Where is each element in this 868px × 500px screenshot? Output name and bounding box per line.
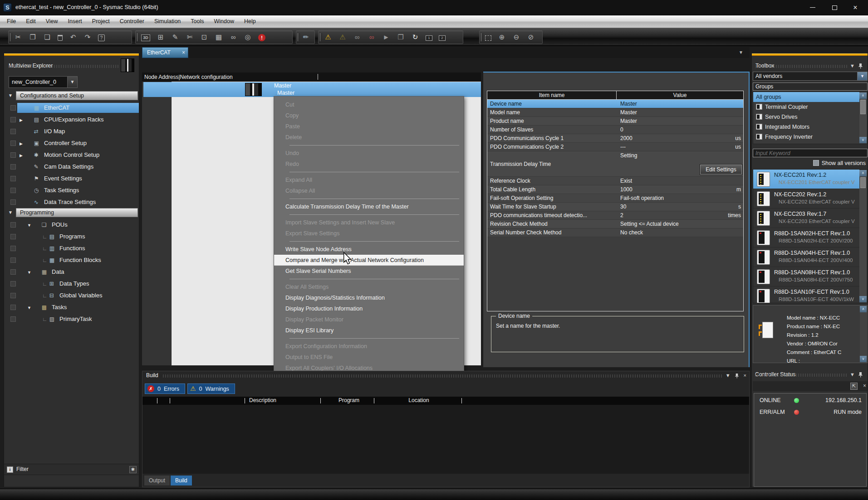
group-list-item[interactable]: Servo Drives (753, 112, 859, 122)
view-3d-icon[interactable]: 3D (141, 34, 150, 41)
tree-item[interactable]: ∟ ⊞ Data Types (4, 278, 139, 290)
tree-item[interactable]: ⇄ I/O Map (4, 126, 139, 137)
io-table-icon[interactable]: ▦ (215, 33, 223, 42)
column-divider[interactable] (374, 398, 374, 403)
group-list-item[interactable]: Digital IO (753, 142, 859, 144)
settings-row[interactable]: Transmission Delay Time Setting Edit Set… (487, 151, 743, 177)
settings-row[interactable]: Model name Master Edit Settings (487, 108, 743, 117)
scroll-down-icon[interactable]: ∨ (859, 137, 867, 143)
warning-icon[interactable]: ⚠ (324, 33, 332, 42)
settings-row[interactable]: PDO Communications Cycle 1 2000 us Edit … (487, 134, 743, 143)
keyword-search-input[interactable] (753, 149, 868, 157)
settings-row[interactable]: Reference Clock Exist Edit Settings (487, 177, 743, 185)
setting-value[interactable]: Master (620, 101, 637, 107)
scroll-down-icon[interactable]: ∨ (859, 296, 867, 302)
zoom-in-icon[interactable]: ⊕ (498, 33, 506, 42)
menu-item[interactable]: Controller (115, 15, 149, 28)
build-project-icon[interactable]: ✎ (171, 33, 179, 42)
group-list-item[interactable]: Frequency Inverter (753, 132, 859, 142)
watch-icon[interactable]: ∞ (229, 33, 237, 42)
groups-scrollbar[interactable]: ∧ ∨ (859, 92, 867, 143)
value-column-header[interactable]: Value (617, 91, 743, 99)
expand-arrow-icon[interactable]: ▼ (27, 219, 33, 231)
filter-options-button[interactable]: ✱ (129, 466, 137, 473)
column-divider[interactable] (170, 398, 170, 403)
tree-item-checkbox[interactable] (10, 316, 16, 322)
column-divider[interactable] (245, 398, 245, 403)
context-menu-item[interactable]: Display ESI Library (274, 325, 464, 336)
settings-row[interactable]: Fail-soft Operation Setting Fail-soft op… (487, 194, 743, 203)
tree-item-checkbox[interactable] (10, 257, 16, 263)
expand-arrow-icon[interactable]: ▶ (20, 114, 25, 126)
device-list-scrollbar[interactable]: ∧ ∨ (859, 170, 867, 302)
show-all-versions-checkbox[interactable] (813, 160, 819, 166)
menu-item[interactable]: Tools (186, 15, 209, 28)
abort-icon[interactable]: ! (258, 34, 265, 41)
detail-scrollbar[interactable]: ∧ ∨ (860, 306, 867, 362)
errors-filter-button[interactable]: ✗ 0 Errors (145, 383, 185, 394)
tree-item-checkbox[interactable] (10, 141, 16, 146)
tree-item[interactable]: ▶ ✱ Motion Control Setup (4, 149, 139, 161)
pin-icon[interactable] (858, 63, 863, 69)
zoom-out-icon[interactable]: ⊖ (512, 33, 520, 42)
warning-off-icon[interactable]: ⚠ (338, 33, 347, 42)
context-menu-item[interactable]: Expand All (274, 175, 464, 185)
copy-icon[interactable]: ❐ (29, 33, 37, 42)
expand-arrow-icon[interactable]: ▼ (27, 267, 33, 278)
context-menu-item[interactable]: Undo (274, 148, 464, 159)
context-menu-item[interactable]: Display Diagnosis/Statistics Information (274, 292, 464, 303)
monitor-glasses-stop-icon[interactable]: ∞ (368, 33, 376, 42)
tree-item-checkbox[interactable] (10, 117, 16, 122)
tree-item-checkbox[interactable] (10, 164, 16, 170)
device-list-item[interactable]: R88D-1SAN10F-ECT Rev:1.0 R88D-1SAN10F-EC… (753, 286, 859, 303)
tree-item-checkbox[interactable] (10, 281, 16, 286)
chevron-down-icon[interactable]: ▼ (857, 72, 867, 80)
settings-row[interactable]: PDO Communications Cycle 2 --- us Edit S… (487, 143, 743, 151)
panel-tab[interactable]: Output (144, 476, 170, 485)
tree-item[interactable]: ∟ ▥ Functions (4, 243, 139, 254)
tree-item[interactable]: ∟ ▦ Function Blocks (4, 254, 139, 266)
online-edit-icon[interactable]: ✏ (302, 33, 310, 42)
scrollbar-thumb[interactable] (860, 177, 866, 188)
context-menu-item[interactable]: Cut (274, 99, 464, 110)
rack-icon[interactable]: ⊞ (157, 33, 165, 42)
tree-item[interactable]: ◷ Task Settings (4, 184, 139, 196)
tree-item-checkbox[interactable] (10, 152, 16, 158)
tree-item-checkbox[interactable] (10, 105, 16, 111)
menu-item[interactable]: Edit (21, 15, 41, 28)
tab-close-icon[interactable]: × (182, 48, 185, 58)
tree-item-checkbox[interactable] (10, 176, 16, 181)
description-column-header[interactable]: Description (249, 397, 276, 403)
close-button[interactable]: × (845, 0, 865, 15)
settings-row[interactable]: Device name Master Edit Settings (487, 100, 743, 108)
scroll-up-icon[interactable]: ∧ (859, 92, 867, 99)
chevron-down-icon[interactable]: ▼ (850, 63, 855, 68)
menu-item[interactable]: Project (87, 15, 115, 28)
setting-value[interactable]: 0 (620, 126, 623, 133)
context-menu-item[interactable]: Redo (274, 159, 464, 170)
context-menu-item[interactable]: Display Production Information (274, 303, 464, 314)
synchronize-icon[interactable]: ↻ (411, 33, 419, 42)
tree-item-checkbox[interactable] (10, 234, 16, 239)
tree-item[interactable]: ∟ ▤ Programs (4, 231, 139, 243)
close-icon[interactable]: × (744, 373, 746, 379)
menu-item[interactable]: File (2, 15, 21, 28)
tab-list-chevron-icon[interactable]: ▼ (739, 50, 743, 55)
settings-row[interactable]: PDO communications timeout detectio... 2… (487, 211, 743, 220)
tree-item[interactable]: ✎ Cam Data Settings (4, 161, 139, 173)
tree-item-checkbox[interactable] (10, 246, 16, 251)
context-menu-item[interactable]: Delete (274, 132, 464, 143)
setting-value[interactable]: 2000 (620, 135, 633, 141)
context-menu-item[interactable]: Collapse All (274, 185, 464, 196)
device-list-item[interactable]: NX-ECC201 Rev:1.2 NX-ECC201 EtherCAT cou… (753, 170, 859, 189)
setting-value[interactable]: 2 (620, 212, 623, 218)
help-icon[interactable]: ? (98, 34, 105, 41)
context-menu-item[interactable]: Output to ENS File (274, 352, 464, 363)
pin-icon[interactable] (735, 373, 740, 379)
tree-item[interactable]: ⚑ Event Settings (4, 173, 139, 184)
settings-row[interactable]: Revision Check Method Setting <= Actual … (487, 220, 743, 228)
setting-value[interactable]: Master (620, 118, 637, 124)
context-menu-item[interactable]: Export Configuration Information (274, 341, 464, 352)
settings-row[interactable]: Wait Time for Slave Startup 30 s Edit Se… (487, 203, 743, 211)
copy-variables-icon[interactable]: ❐ (397, 33, 405, 42)
